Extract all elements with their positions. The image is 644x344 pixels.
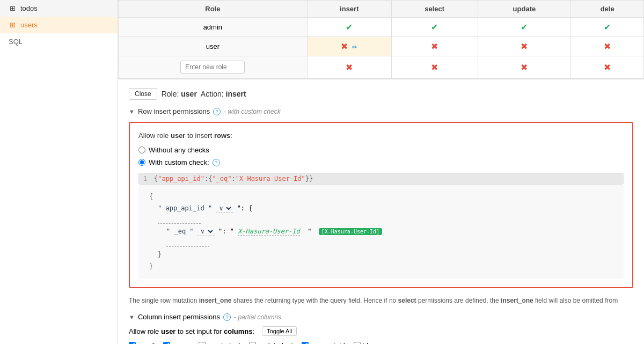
insert-cell-admin[interactable]: ✔ [307,18,391,37]
col-updated-at-label: updated_at [258,341,293,344]
info-insert-one-2: insert_one [501,297,533,304]
col-header-select: select [391,1,478,18]
radio-without-checks[interactable]: Without any checks [138,146,624,154]
col-insert-title: Column insert permissions [138,313,220,321]
col-id[interactable]: id [354,341,368,344]
row-insert-help-icon[interactable]: ? [213,108,221,115]
update-cell-user[interactable]: ✖ [478,37,571,56]
col-created-at-checkbox[interactable] [199,342,206,344]
sidebar-sql[interactable]: SQL [0,33,118,50]
panel-title: Role: user Action: insert [162,90,246,98]
panel-action: insert [226,90,246,98]
new-role-input[interactable] [180,61,245,74]
col-header-role: Role [119,1,308,18]
col-insert-help-icon[interactable]: ? [223,313,231,321]
col-email-label: email [138,341,155,344]
custom-check-container: Allow role user to insert rows: Without … [129,122,633,288]
cross-icon: ✖ [431,63,438,72]
code-colon1: :{ [204,175,212,182]
role-cell-admin: admin [119,18,308,37]
col-section-toggle[interactable]: ▼ [129,314,135,320]
col-app-api-id[interactable]: app_api_id [302,341,345,344]
sidebar: ⊞ todos ⊞ users SQL [0,0,118,344]
update-cell-new[interactable]: ✖ [478,56,571,78]
section-toggle-icon[interactable]: ▼ [129,108,135,115]
col-updated-at-checkbox[interactable] [249,342,256,344]
allow-text: Allow role user to insert rows: [138,131,624,140]
check-icon: ✔ [521,23,528,32]
col-app-api-id-checkbox[interactable] [302,342,309,344]
tree-app-api-dropdown[interactable]: ∨ [216,204,233,213]
code-key1: "app_api_id" [158,175,204,182]
col-created-at[interactable]: created_at [199,341,240,344]
col-allow-role: user [161,327,175,335]
sidebar-item-todos[interactable]: ⊞ todos [0,0,118,17]
cross-icon: ✖ [521,63,528,72]
col-header-update: update [478,1,571,18]
col-updated-at[interactable]: updated_at [249,341,293,344]
row-insert-section-header: ▼ Row insert permissions ? - with custom… [129,107,633,115]
row-insert-title: Row insert permissions [138,107,210,115]
allow-object: rows [214,131,230,140]
tree-app-api-dotted [158,214,613,226]
col-name[interactable]: name [163,341,190,344]
code-colon2: : [232,175,236,182]
row-insert-sub: - with custom check [224,108,280,115]
tree-eq-key: " _eq " [166,228,194,235]
cross-icon: ✖ [431,42,438,51]
col-email-checkbox[interactable] [129,342,136,344]
allow-role: user [171,131,185,140]
update-cell-admin[interactable]: ✔ [478,18,571,37]
close-button[interactable]: Close [129,88,157,100]
check-icon: ✔ [346,23,353,32]
radio-with-input[interactable] [138,159,145,166]
delete-cell-new[interactable]: ✖ [571,56,644,78]
radio-with-label: With custom check: [149,158,209,166]
panel-role: user [181,90,197,98]
code-key2: "_eq" [212,175,231,182]
delete-cell-admin[interactable]: ✔ [571,18,644,37]
tree-badge: [X-Hasura-User-Id] [319,228,382,235]
delete-cell-user[interactable]: ✖ [571,37,644,56]
edit-icon[interactable]: ✏ [352,43,357,51]
columns-checkboxes: email name created_at updated_at app_api… [129,341,633,344]
toggle-all-button[interactable]: Toggle All [262,326,297,336]
insert-cell-new[interactable]: ✖ [307,56,391,78]
table-row: user ✖ ✏ ✖ ✖ ✖ [119,37,644,56]
radio-without-input[interactable] [138,147,145,153]
col-allow-row: Allow role user to set input for columns… [129,326,633,336]
main-content: Role insert select update dele admin ✔ ✔… [118,0,644,344]
tree-view: { " app_api_id " ∨ ": { " _eq " ∨ ": " X… [138,185,624,279]
cross-icon: ✖ [604,42,611,51]
tree-eq-colon: ": " [218,228,238,235]
sidebar-item-users-label: users [20,21,38,29]
col-email[interactable]: email [129,341,155,344]
table-row: admin ✔ ✔ ✔ ✔ [119,18,644,37]
sidebar-item-users[interactable]: ⊞ users [0,17,118,33]
select-cell-new[interactable]: ✖ [391,56,478,78]
col-name-checkbox[interactable] [163,342,170,344]
permissions-table: Role insert select update dele admin ✔ ✔… [118,0,644,78]
col-allow-columns: columns [224,327,252,335]
tree-root-close: } [149,261,613,273]
cross-icon: ✖ [521,42,528,51]
cross-icon: ✖ [341,42,348,51]
tree-eq-close-quote: " [304,228,311,235]
code-text: {"app_api_id":{"_eq":"X-Hasura-User-Id"}… [154,175,313,182]
tree-root-open: { [149,191,613,203]
permission-panel: Close Role: user Action: insert ▼ Row in… [118,78,644,344]
tree-eq-dotted [166,237,613,249]
radio-with-custom[interactable]: With custom check: ? [138,158,624,166]
new-role-cell [119,56,308,78]
line-number: 1 [143,175,154,182]
select-cell-user[interactable]: ✖ [391,37,478,56]
col-app-api-id-label: app_api_id [311,341,345,344]
tree-eq-dropdown[interactable]: ∨ [197,227,215,236]
custom-check-help-icon[interactable]: ? [213,159,220,166]
insert-cell-user[interactable]: ✖ ✏ [307,37,391,56]
select-cell-admin[interactable]: ✔ [391,18,478,37]
tree-app-api-row: " app_api_id " ∨ ": { [158,203,613,215]
tree-app-api-arrow: ": { [237,204,253,212]
tree-inner-close: } [158,249,613,261]
col-id-checkbox[interactable] [354,342,361,344]
